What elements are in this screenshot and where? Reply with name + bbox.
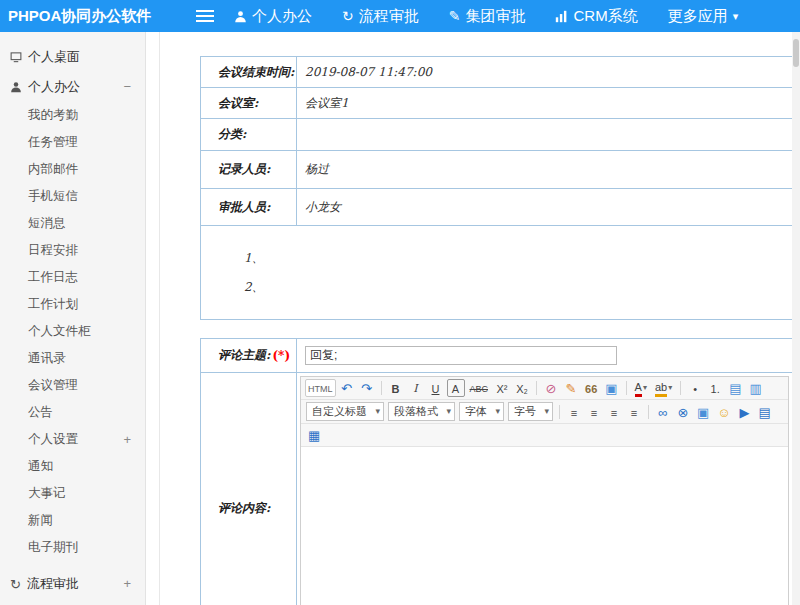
comment-subject-cell xyxy=(297,339,792,372)
emoticon-button[interactable]: ☺ xyxy=(714,403,733,421)
sidebar-item-desktop[interactable]: 个人桌面 xyxy=(0,42,145,72)
insert-image-button[interactable]: ▣ xyxy=(694,403,712,421)
font-family-select[interactable]: 字体 xyxy=(459,402,504,421)
field-value: 杨过 xyxy=(297,151,792,188)
sidebar: 个人桌面 个人办公 − 我的考勤 任务管理 内部邮件 手机短信 短消息 日程安排… xyxy=(0,32,146,605)
align-center-button[interactable]: ≡ xyxy=(585,403,603,421)
nav-crm-system[interactable]: CRM系统 xyxy=(555,7,637,26)
field-value: 会议室1 xyxy=(297,88,792,118)
nav-label: 流程审批 xyxy=(359,7,419,26)
sidebar-item-announcement[interactable]: 公告 xyxy=(0,399,145,426)
sidebar-item-work-plan[interactable]: 工作计划 xyxy=(0,291,145,318)
undo-button[interactable]: ↶ xyxy=(338,379,356,397)
italic-button[interactable]: I xyxy=(407,379,425,397)
sidebar-item-notification[interactable]: 通知 xyxy=(0,453,145,480)
expand-icon[interactable]: + xyxy=(123,569,131,599)
blockquote-button[interactable]: 66 xyxy=(582,379,600,397)
highlight-color-button[interactable]: ab▾ xyxy=(652,379,675,397)
align-left-button[interactable]: ≡ xyxy=(565,403,583,421)
table-row: 分类: xyxy=(201,119,792,151)
toolbar-separator xyxy=(559,405,560,419)
nav-group-approval[interactable]: ✎ 集团审批 xyxy=(449,7,526,26)
comment-subject-input[interactable] xyxy=(305,346,617,365)
superscript-button[interactable]: X² xyxy=(493,379,511,397)
sidebar-item-news[interactable]: 新闻 xyxy=(0,507,145,534)
chevron-down-icon: ▾ xyxy=(643,379,647,397)
sidebar-item-internal-mail[interactable]: 内部邮件 xyxy=(0,156,145,183)
content-line: 2、 xyxy=(244,273,792,302)
sidebar-item-short-message[interactable]: 短消息 xyxy=(0,210,145,237)
ordered-list-button[interactable]: 1. xyxy=(706,379,724,397)
sidebar-item-label: 流程审批 xyxy=(27,569,79,599)
chevron-down-icon: ▾ xyxy=(668,379,672,397)
sidebar-item-task-management[interactable]: 任务管理 xyxy=(0,129,145,156)
comment-subject-row: 评论主题: (*) xyxy=(201,339,792,373)
field-label: 审批人员: xyxy=(201,189,297,225)
format-painter-button[interactable]: ✎ xyxy=(562,379,580,397)
heading-select[interactable]: 自定义标题 xyxy=(306,402,384,421)
refresh-icon: ↻ xyxy=(10,578,21,591)
scrollbar-thumb[interactable] xyxy=(793,39,799,67)
person-icon xyxy=(10,81,22,93)
sidebar-item-personal-office[interactable]: 个人办公 − xyxy=(0,72,145,102)
strikethrough-button[interactable]: ABC xyxy=(467,379,492,397)
sidebar-item-work-log[interactable]: 工作日志 xyxy=(0,264,145,291)
sidebar-item-workflow-approval[interactable]: ↻ 流程审批 + xyxy=(0,569,145,599)
bold-button[interactable]: B xyxy=(387,379,405,397)
comment-form: 评论主题: (*) 评论内容: HTML ↶ ↷ B I U xyxy=(200,338,793,605)
sidebar-item-label: 个人设置 xyxy=(28,432,78,446)
vertical-scrollbar[interactable] xyxy=(792,32,800,605)
sidebar-item-label: 个人办公 xyxy=(28,72,80,102)
sidebar-item-e-journal[interactable]: 电子期刊 xyxy=(0,534,145,561)
underline-button[interactable]: U xyxy=(427,379,445,397)
subscript-button[interactable]: X₂ xyxy=(513,379,531,397)
comment-content-label: 评论内容: xyxy=(201,373,297,605)
paragraph-format-select[interactable]: 段落格式 xyxy=(388,402,455,421)
nav-workflow-approval[interactable]: ↻ 流程审批 xyxy=(342,7,419,26)
unordered-list-button[interactable]: • xyxy=(686,379,704,397)
paste-button[interactable]: ▤ xyxy=(726,379,744,397)
nav-more-apps[interactable]: 更多应用 ▾ xyxy=(668,7,739,26)
sidebar-item-sms[interactable]: 手机短信 xyxy=(0,183,145,210)
char-border-button[interactable]: A xyxy=(447,379,465,397)
menu-toggle-icon[interactable] xyxy=(196,15,214,17)
top-nav: 个人办公 ↻ 流程审批 ✎ 集团审批 CRM系统 更多应用 ▾ xyxy=(234,7,768,26)
sidebar-item-personal-settings[interactable]: 个人设置 + xyxy=(0,426,145,453)
align-right-button[interactable]: ≡ xyxy=(605,403,623,421)
sidebar-item-attendance[interactable]: 我的考勤 xyxy=(0,102,145,129)
comment-subject-label: 评论主题: (*) xyxy=(201,339,297,372)
highlight-color-glyph: ab xyxy=(655,380,667,397)
sidebar-item-file-cabinet[interactable]: 个人文件柜 xyxy=(0,318,145,345)
nav-personal-office[interactable]: 个人办公 xyxy=(234,7,312,26)
align-justify-button[interactable]: ≡ xyxy=(625,403,643,421)
font-color-button[interactable]: A▾ xyxy=(632,379,650,397)
collapse-icon[interactable]: − xyxy=(123,72,131,102)
field-label: 记录人员: xyxy=(201,151,297,188)
toolbar-separator xyxy=(381,381,382,395)
sidebar-item-schedule[interactable]: 日程安排 xyxy=(0,237,145,264)
remove-link-button[interactable]: ⊗ xyxy=(674,403,692,421)
sidebar-item-major-events[interactable]: 大事记 xyxy=(0,480,145,507)
insert-media-button[interactable]: ▶ xyxy=(736,403,754,421)
meeting-detail-table: 会议结束时间: 2019-08-07 11:47:00 会议室: 会议室1 分类… xyxy=(200,56,793,320)
save-button[interactable]: ▤ xyxy=(756,403,774,421)
bar-chart-icon xyxy=(555,10,568,23)
insert-link-button[interactable]: ∞ xyxy=(654,403,672,421)
page-break-button[interactable]: ▣ xyxy=(602,379,620,397)
sidebar-item-contacts[interactable]: 通讯录 xyxy=(0,345,145,372)
insert-table-button[interactable]: ▦ xyxy=(305,426,323,444)
editor-toolbar-row3: ▦ xyxy=(301,424,788,447)
html-source-button[interactable]: HTML xyxy=(305,379,336,397)
toolbar-separator xyxy=(680,381,681,395)
comment-content-area[interactable] xyxy=(301,447,788,605)
toolbar-separator xyxy=(648,405,649,419)
redo-button[interactable]: ↷ xyxy=(358,379,376,397)
font-size-select[interactable]: 字号 xyxy=(508,402,553,421)
field-value xyxy=(297,119,792,150)
remove-format-button[interactable]: ⊘ xyxy=(542,379,560,397)
comment-content-cell: HTML ↶ ↷ B I U A ABC X² X₂ ⊘ ✎ xyxy=(297,373,792,605)
expand-icon[interactable]: + xyxy=(123,426,131,453)
paste-word-button[interactable]: ▥ xyxy=(746,379,764,397)
sidebar-item-meeting-management[interactable]: 会议管理 xyxy=(0,372,145,399)
sidebar-gutter xyxy=(147,32,160,605)
